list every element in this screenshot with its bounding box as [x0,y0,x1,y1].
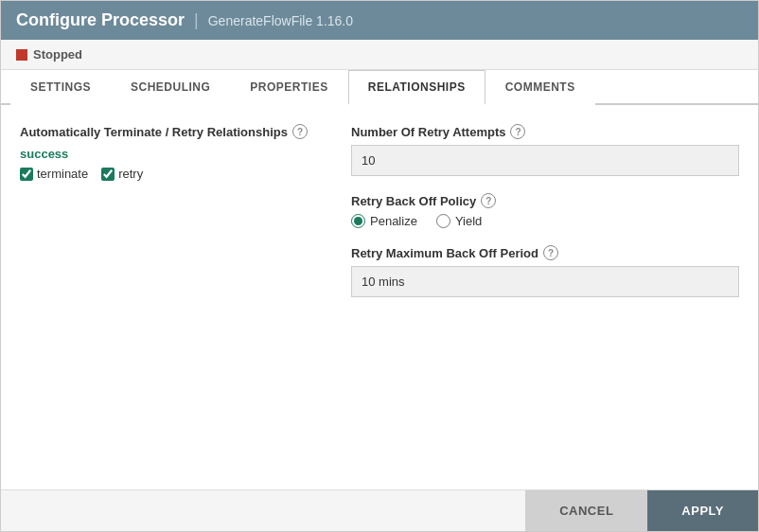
retry-label: retry [118,167,143,181]
retry-attempts-help-icon[interactable]: ? [510,124,525,139]
auto-terminate-title: Automatically Terminate / Retry Relation… [20,124,323,139]
yield-radio-label[interactable]: Yield [436,214,482,228]
tabs-container: SETTINGS SCHEDULING PROPERTIES RELATIONS… [1,70,758,105]
penalize-radio-label[interactable]: Penalize [351,214,417,228]
retry-policy-radio-group: Penalize Yield [351,214,739,228]
retry-attempts-group: Number Of Retry Attempts ? [351,124,739,176]
retry-checkbox-label[interactable]: retry [101,167,143,181]
checkbox-group: terminate retry [20,167,323,181]
relationship-name: success [20,147,323,161]
auto-terminate-help-icon[interactable]: ? [292,124,308,139]
retry-backoff-help-icon[interactable]: ? [481,193,496,208]
retry-back-off-group: Retry Back Off Policy ? Penalize Yield [351,193,739,228]
tab-scheduling[interactable]: SCHEDULING [111,70,230,105]
retry-attempts-label: Number Of Retry Attempts ? [351,124,739,139]
tab-relationships[interactable]: RELATIONSHIPS [348,70,485,105]
right-panel: Number Of Retry Attempts ? Retry Back Of… [351,124,739,470]
header-separator: | [194,10,199,30]
retry-back-off-label: Retry Back Off Policy ? [351,193,739,208]
terminate-label: terminate [37,167,88,181]
penalize-radio[interactable] [351,214,365,228]
header-subtitle: GenerateFlowFile 1.16.0 [208,13,353,28]
dialog-title: Configure Processor [16,10,185,30]
dialog-footer: CANCEL APPLY [1,489,758,531]
tab-comments[interactable]: COMMENTS [485,70,595,105]
tab-properties[interactable]: PROPERTIES [230,70,347,105]
retry-max-input[interactable] [351,266,739,297]
penalize-label: Penalize [370,214,417,228]
terminate-checkbox-label[interactable]: terminate [20,167,88,181]
retry-max-help-icon[interactable]: ? [543,245,558,260]
dialog-header: Configure Processor | GenerateFlowFile 1… [1,1,758,40]
cancel-button[interactable]: CANCEL [525,490,647,531]
apply-button[interactable]: APPLY [647,490,758,531]
retry-max-label: Retry Maximum Back Off Period ? [351,245,739,260]
tab-content: Automatically Terminate / Retry Relation… [1,105,758,489]
retry-max-group: Retry Maximum Back Off Period ? [351,245,739,297]
configure-processor-dialog: Configure Processor | GenerateFlowFile 1… [0,0,759,532]
yield-radio[interactable] [436,214,450,228]
yield-label: Yield [455,214,482,228]
retry-attempts-input[interactable] [351,145,739,176]
retry-checkbox[interactable] [101,168,115,181]
terminate-checkbox[interactable] [20,168,33,181]
tab-settings[interactable]: SETTINGS [10,70,111,105]
left-panel: Automatically Terminate / Retry Relation… [20,124,323,470]
status-label: Stopped [33,47,82,62]
status-bar: Stopped [1,40,758,70]
status-indicator [16,49,27,61]
